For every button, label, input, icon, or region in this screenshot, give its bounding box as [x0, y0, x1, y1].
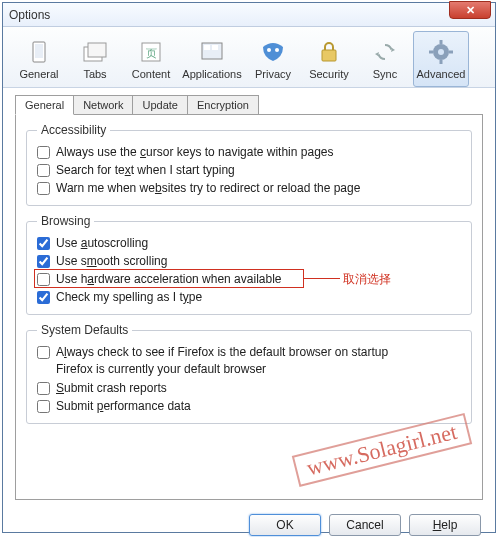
- toolbar-label: Security: [309, 68, 349, 80]
- tab-update[interactable]: Update: [132, 95, 187, 115]
- legend-browsing: Browsing: [37, 214, 94, 228]
- sub-tab-strip: General Network Update Encryption: [3, 89, 495, 115]
- toolbar-content[interactable]: 页 Content: [123, 31, 179, 87]
- cancel-button[interactable]: Cancel: [329, 514, 401, 536]
- label-smooth-scrolling[interactable]: Use smooth scrolling: [56, 254, 167, 268]
- toolbar-label: Privacy: [255, 68, 291, 80]
- svg-point-15: [438, 49, 444, 55]
- tabs-icon: [80, 38, 110, 66]
- tab-general[interactable]: General: [15, 95, 74, 115]
- tab-panel-general: Accessibility Always use the cursor keys…: [15, 114, 483, 500]
- checkbox-default-browser[interactable]: [37, 346, 50, 359]
- toolbar-label: General: [19, 68, 58, 80]
- label-performance-data[interactable]: Submit performance data: [56, 399, 191, 413]
- checkbox-spelling[interactable]: [37, 291, 50, 304]
- applications-icon: [197, 38, 227, 66]
- annotation-text: 取消选择: [343, 271, 391, 288]
- sync-icon: [370, 38, 400, 66]
- tab-encryption[interactable]: Encryption: [187, 95, 259, 115]
- svg-point-9: [267, 48, 271, 52]
- options-dialog: Options ✕ General Tabs 页 Content: [2, 2, 496, 533]
- fieldset-browsing: Browsing Use autoscrolling Use smooth sc…: [26, 214, 472, 315]
- toolbar-tabs[interactable]: Tabs: [67, 31, 123, 87]
- checkbox-crash-reports[interactable]: [37, 382, 50, 395]
- svg-rect-18: [429, 51, 433, 54]
- label-cursor-keys[interactable]: Always use the cursor keys to navigate w…: [56, 145, 333, 159]
- toolbar-security[interactable]: Security: [301, 31, 357, 87]
- svg-rect-3: [88, 43, 106, 57]
- checkbox-cursor-keys[interactable]: [37, 146, 50, 159]
- label-warn-redirect[interactable]: Warn me when websites try to redirect or…: [56, 181, 360, 195]
- content-icon: 页: [136, 38, 166, 66]
- toolbar-label: Advanced: [417, 68, 466, 80]
- toolbar-label: Tabs: [83, 68, 106, 80]
- checkbox-search-typing[interactable]: [37, 164, 50, 177]
- tab-network[interactable]: Network: [73, 95, 133, 115]
- checkbox-warn-redirect[interactable]: [37, 182, 50, 195]
- toolbar-advanced[interactable]: Advanced: [413, 31, 469, 87]
- svg-rect-8: [212, 45, 218, 50]
- close-icon: ✕: [466, 4, 475, 17]
- close-button[interactable]: ✕: [449, 1, 491, 19]
- svg-rect-17: [440, 60, 443, 64]
- gear-icon: [426, 38, 456, 66]
- checkbox-performance-data[interactable]: [37, 400, 50, 413]
- toolbar-general[interactable]: General: [11, 31, 67, 87]
- toolbar-applications[interactable]: Applications: [179, 31, 245, 87]
- svg-rect-11: [322, 50, 336, 61]
- svg-rect-1: [35, 44, 43, 58]
- label-search-typing[interactable]: Search for text when I start typing: [56, 163, 235, 177]
- toolbar-sync[interactable]: Sync: [357, 31, 413, 87]
- svg-rect-16: [440, 40, 443, 44]
- svg-rect-19: [449, 51, 453, 54]
- titlebar-text: Options: [9, 8, 50, 22]
- label-autoscrolling[interactable]: Use autoscrolling: [56, 236, 148, 250]
- general-icon: [24, 38, 54, 66]
- checkbox-autoscrolling[interactable]: [37, 237, 50, 250]
- svg-point-10: [275, 48, 279, 52]
- label-crash-reports[interactable]: Submit crash reports: [56, 381, 167, 395]
- svg-rect-7: [204, 45, 210, 50]
- annotation-line: [304, 278, 340, 279]
- label-spelling[interactable]: Check my spelling as I type: [56, 290, 202, 304]
- toolbar-label: Content: [132, 68, 171, 80]
- ok-button[interactable]: OK: [249, 514, 321, 536]
- category-toolbar: General Tabs 页 Content Applications Priv…: [3, 27, 495, 88]
- svg-text:页: 页: [146, 47, 157, 59]
- default-browser-status: Firefox is currently your default browse…: [37, 361, 461, 379]
- label-hardware-acceleration[interactable]: Use hardware acceleration when available: [56, 272, 282, 286]
- legend-system-defaults: System Defaults: [37, 323, 132, 337]
- legend-accessibility: Accessibility: [37, 123, 110, 137]
- checkbox-hardware-acceleration[interactable]: [37, 273, 50, 286]
- dialog-button-row: OK Cancel Help: [3, 508, 495, 537]
- titlebar: Options ✕: [3, 3, 495, 27]
- toolbar-privacy[interactable]: Privacy: [245, 31, 301, 87]
- privacy-mask-icon: [258, 38, 288, 66]
- checkbox-smooth-scrolling[interactable]: [37, 255, 50, 268]
- help-button[interactable]: Help: [409, 514, 481, 536]
- lock-icon: [314, 38, 344, 66]
- fieldset-accessibility: Accessibility Always use the cursor keys…: [26, 123, 472, 206]
- label-default-browser[interactable]: Always check to see if Firefox is the de…: [56, 345, 388, 359]
- toolbar-label: Sync: [373, 68, 397, 80]
- fieldset-system-defaults: System Defaults Always check to see if F…: [26, 323, 472, 424]
- toolbar-label: Applications: [182, 68, 241, 80]
